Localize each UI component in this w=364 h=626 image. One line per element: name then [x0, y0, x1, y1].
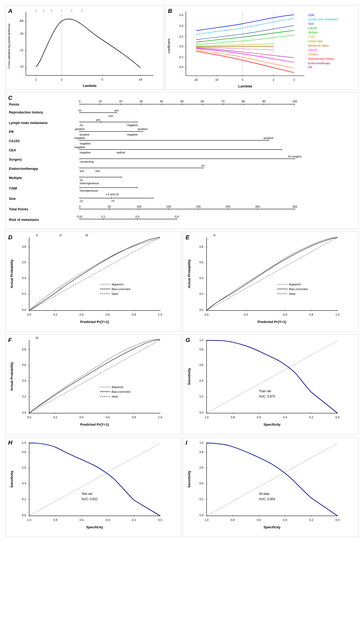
- svg-text:0.2: 0.2: [200, 498, 203, 501]
- panel-d: D 0.0 0.2 0.4 0.6 0.8 0.0 0.2: [5, 232, 181, 332]
- svg-text:0.8: 0.8: [22, 348, 26, 351]
- svg-text:yes: yes: [80, 169, 84, 172]
- svg-text:Endocrinotherapy: Endocrinotherapy: [308, 62, 331, 65]
- svg-text:|: |: [61, 9, 62, 12]
- svg-text:radical: radical: [116, 151, 125, 154]
- svg-line-261: [207, 237, 337, 311]
- svg-text:0.2: 0.2: [22, 292, 26, 295]
- svg-text:|: |: [71, 9, 72, 12]
- svg-text:-0.4: -0.4: [178, 65, 183, 68]
- svg-text:Size: Size: [9, 197, 16, 201]
- svg-text:negative: negative: [80, 142, 91, 145]
- svg-text:5: 5: [102, 78, 103, 81]
- svg-text:Surgery: Surgery: [308, 53, 318, 56]
- svg-text:60: 60: [201, 100, 204, 103]
- svg-text:0.6: 0.6: [200, 466, 203, 469]
- svg-text:coefficient: coefficient: [167, 38, 171, 54]
- panel-c-label: C: [8, 95, 12, 101]
- svg-text:Predicted Pr{Y=1}: Predicted Pr{Y=1}: [80, 423, 109, 426]
- svg-text:0.8: 0.8: [22, 450, 26, 454]
- panel-i-chart: 0.0 0.2 0.4 0.6 0.8 1.0 1.0 0.8 0.6 0.4 …: [183, 437, 358, 537]
- svg-text:CA153: CA153: [308, 27, 317, 30]
- svg-text:Train set: Train set: [259, 389, 271, 393]
- svg-text:0.6: 0.6: [200, 261, 203, 264]
- svg-text:0.0: 0.0: [27, 416, 31, 419]
- svg-text:Points: Points: [9, 102, 19, 106]
- svg-text:Specificity: Specificity: [263, 423, 281, 426]
- svg-text:80: 80: [242, 100, 245, 103]
- svg-text:Specificity: Specificity: [86, 525, 103, 529]
- svg-text:70: 70: [221, 100, 225, 103]
- svg-text:1.0: 1.0: [158, 313, 162, 316]
- svg-text:AUC: 0.870: AUC: 0.870: [259, 395, 275, 398]
- panel-b: B 0.6 0.4 0.2 0.0 -0.2 -0.4: [165, 5, 359, 90]
- svg-text:1: 1: [35, 78, 37, 81]
- svg-text:Multiple: Multiple: [308, 31, 318, 34]
- svg-text:0.6: 0.6: [22, 466, 26, 469]
- svg-text:Sensitivity: Sensitivity: [187, 368, 191, 385]
- svg-text:0.4: 0.4: [22, 482, 26, 485]
- svg-text:Endocrinotherapy: Endocrinotherapy: [9, 167, 38, 171]
- svg-text:Actual Probability: Actual Probability: [10, 259, 14, 288]
- svg-text:0.9: 0.9: [175, 215, 179, 218]
- svg-text:negative: negative: [74, 136, 85, 140]
- svg-text:50: 50: [108, 205, 111, 208]
- svg-text:0.8: 0.8: [132, 416, 136, 419]
- svg-text:300: 300: [255, 205, 260, 208]
- svg-text:Bias-corrected: Bias-corrected: [289, 287, 308, 291]
- svg-text:0.6: 0.6: [22, 261, 26, 264]
- svg-text:10: 10: [215, 78, 218, 81]
- svg-text:1.0: 1.0: [336, 313, 340, 316]
- panel-g-chart: 0.0 0.2 0.4 0.6 0.8 1.0 1.0 0.8 0.6 0.4 …: [183, 335, 358, 434]
- svg-text:no: no: [80, 178, 83, 182]
- svg-text:positive: positive: [80, 133, 89, 136]
- svg-text:0.8: 0.8: [200, 450, 203, 454]
- svg-text:negative: negative: [74, 146, 85, 149]
- svg-text:Sensitivity: Sensitivity: [187, 470, 191, 488]
- svg-text:no: no: [80, 123, 83, 127]
- svg-text:Lymph node metastasis: Lymph node metastasis: [308, 18, 338, 21]
- panel-a-label: A: [8, 8, 12, 14]
- svg-text:0: 0: [79, 205, 81, 208]
- svg-text:AUC: 0.854: AUC: 0.854: [259, 497, 275, 501]
- svg-text:10: 10: [99, 100, 102, 103]
- svg-text:0.4: 0.4: [244, 313, 248, 316]
- svg-text:yes: yes: [114, 109, 119, 112]
- svg-text:0.0: 0.0: [179, 45, 183, 48]
- panel-e: E 0.0 0.2 0.4 0.6 0.8 0.0 0.4 0.6 0.8 1.…: [183, 232, 359, 332]
- svg-text:0.8: 0.8: [200, 348, 203, 351]
- panel-a: A -68 -70 -72 -74 1 2 5: [5, 5, 164, 90]
- svg-text:Size: Size: [308, 22, 314, 25]
- panel-g: G 0.0 0.2 0.4 0.6 0.8 1.0 1.0 0.8: [183, 334, 359, 434]
- svg-text:0.2: 0.2: [309, 416, 313, 419]
- svg-text:0.2: 0.2: [200, 292, 203, 295]
- panel-d-chart: 0.0 0.2 0.4 0.6 0.8 0.0 0.2 0.4 0.6 0.: [6, 232, 181, 331]
- panel-i-label: I: [186, 439, 187, 446]
- svg-text:5: 5: [242, 78, 243, 81]
- panel-a-chart: -68 -70 -72 -74 1 2 5 10 Lambda: [6, 6, 163, 89]
- svg-text:0.6: 0.6: [79, 518, 83, 521]
- svg-text:All data: All data: [259, 492, 270, 496]
- svg-text:Actual Probability: Actual Probability: [187, 259, 191, 288]
- svg-text:0.0: 0.0: [200, 514, 203, 517]
- svg-text:0.4: 0.4: [200, 482, 203, 485]
- panel-c: C Points 0 10 20 30 40 50: [5, 92, 359, 229]
- svg-text:1.0: 1.0: [200, 339, 203, 342]
- svg-text:Apparent: Apparent: [112, 385, 123, 389]
- svg-text:≤2: ≤2: [80, 199, 83, 202]
- panel-f-label: F: [8, 337, 12, 344]
- svg-text:negative: negative: [127, 123, 138, 127]
- svg-text:Sensitivity: Sensitivity: [10, 470, 14, 488]
- svg-text:|: |: [82, 9, 82, 12]
- svg-text:CA153: CA153: [9, 139, 19, 143]
- svg-text:0.0: 0.0: [200, 411, 203, 414]
- svg-text:0.8: 0.8: [53, 518, 57, 521]
- svg-text:|||: |||: [213, 233, 216, 236]
- svg-text:CEA: CEA: [308, 13, 314, 17]
- svg-text:0.1: 0.1: [101, 215, 105, 218]
- svg-text:|: |: [36, 9, 37, 12]
- svg-text:no: no: [201, 164, 205, 167]
- svg-text:heterogeneous: heterogeneous: [80, 182, 99, 185]
- svg-text:0.6: 0.6: [200, 363, 203, 366]
- svg-line-393: [207, 443, 337, 516]
